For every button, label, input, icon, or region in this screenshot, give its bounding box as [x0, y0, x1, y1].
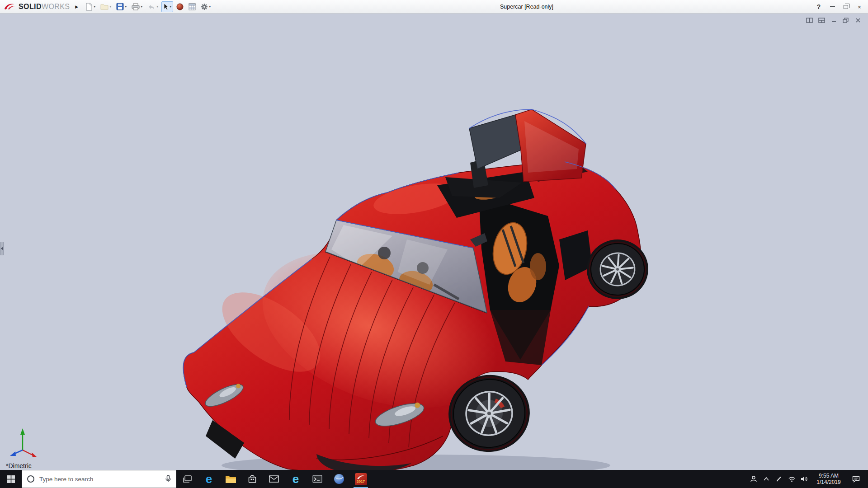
mail-envelope-icon	[269, 475, 279, 483]
taskbar-app-command-prompt[interactable]	[307, 470, 328, 488]
volume-button[interactable]	[798, 470, 811, 488]
taskbar-search[interactable]	[22, 470, 176, 488]
solidworks-version-badge: 2017	[357, 480, 365, 483]
edit-appearance-button[interactable]	[175, 1, 185, 12]
view-selector-button[interactable]	[818, 17, 825, 23]
minimize-button[interactable]	[826, 0, 839, 14]
taskbar-app-file-explorer[interactable]	[220, 470, 241, 488]
supercar-model[interactable]	[0, 14, 868, 470]
dassault-swoosh-icon	[4, 2, 16, 11]
reference-triad	[7, 426, 40, 459]
action-center-icon	[852, 476, 860, 483]
doc-restore-button[interactable]	[842, 17, 849, 23]
undo-arrow-icon	[147, 4, 156, 10]
taskbar-clock[interactable]: 9:55 AM 1/14/2019	[811, 470, 847, 488]
door-glass	[469, 115, 521, 169]
microphone-icon[interactable]	[165, 475, 171, 483]
doc-close-icon	[855, 18, 861, 23]
action-center-button[interactable]	[847, 470, 865, 488]
window-title: Supercar [Read-only]	[500, 4, 553, 10]
solidworks-logo: SOLIDWORKS	[0, 2, 73, 11]
store-bag-icon	[248, 474, 257, 483]
taskbar-app-mail[interactable]	[263, 470, 285, 488]
doc-minimize-icon	[831, 18, 837, 23]
volume-icon	[801, 476, 808, 482]
people-button[interactable]	[747, 470, 760, 488]
caret-down-icon[interactable]: ▾	[109, 5, 111, 9]
file-explorer-icon	[225, 475, 236, 483]
start-button[interactable]	[0, 470, 22, 488]
close-button[interactable]: ×	[853, 0, 866, 14]
caret-down-icon[interactable]: ▾	[209, 5, 211, 9]
logo-text-solid: SOLID	[19, 3, 42, 10]
options-gear-icon	[201, 3, 208, 10]
clock-date: 1/14/2019	[816, 479, 840, 485]
window-controls: ? ×	[812, 0, 866, 14]
solidworks-app-icon: 2017	[355, 473, 367, 485]
document-window-controls	[806, 17, 862, 23]
taskbar-app-internet-explorer[interactable]: e	[285, 470, 307, 488]
taskbar-app-edge[interactable]: e	[198, 470, 220, 488]
print-button[interactable]: ▾	[130, 1, 144, 12]
network-wifi-icon	[788, 476, 796, 482]
people-icon	[750, 475, 757, 483]
graphics-area[interactable]: *Dimetric	[0, 14, 868, 470]
task-view-icon	[183, 475, 192, 483]
new-document-button[interactable]: ▾	[84, 1, 97, 12]
chevron-up-icon	[763, 477, 769, 481]
logo-text: SOLIDWORKS	[19, 3, 70, 11]
doc-close-button[interactable]	[854, 17, 862, 23]
windows-taskbar: e e	[0, 470, 868, 488]
sheet-format-button[interactable]	[187, 1, 198, 12]
caret-down-icon[interactable]: ▾	[125, 5, 127, 9]
car-body[interactable]	[183, 162, 641, 470]
taskbar-app-store[interactable]	[241, 470, 263, 488]
clock-time: 9:55 AM	[819, 473, 839, 479]
view-orientation-label: *Dimetric	[6, 462, 32, 469]
split-pane-button[interactable]	[806, 17, 813, 23]
select-button[interactable]: ▾	[161, 1, 173, 12]
title-bar: SOLIDWORKS ▶ ▾ ▾	[0, 0, 868, 14]
select-cursor-icon	[163, 3, 169, 10]
doc-minimize-button[interactable]	[830, 17, 837, 23]
caret-down-icon[interactable]: ▾	[141, 5, 142, 9]
show-desktop-button[interactable]	[865, 470, 868, 488]
split-pane-icon	[806, 18, 813, 23]
open-folder-icon	[100, 3, 108, 10]
minimize-icon	[830, 6, 835, 7]
globe-app-icon	[334, 474, 344, 484]
undo-button[interactable]: ▾	[146, 1, 160, 12]
command-prompt-icon	[312, 475, 322, 483]
search-input[interactable]	[39, 476, 160, 483]
caret-down-icon[interactable]: ▾	[170, 5, 171, 9]
pen-icon	[776, 476, 782, 482]
restore-icon	[844, 5, 848, 9]
system-tray: 9:55 AM 1/14/2019	[747, 470, 868, 488]
open-button[interactable]: ▾	[99, 1, 113, 12]
cortana-circle-icon	[27, 475, 35, 483]
save-button[interactable]: ▾	[114, 1, 128, 12]
appearance-sphere-icon	[176, 3, 184, 10]
doc-restore-icon	[843, 18, 849, 23]
network-button[interactable]	[785, 470, 798, 488]
caret-down-icon[interactable]: ▾	[94, 5, 95, 9]
solidworks-swoosh-small-icon	[357, 475, 365, 480]
help-button[interactable]: ?	[812, 0, 826, 14]
pen-settings-button[interactable]	[773, 470, 785, 488]
internet-explorer-icon: e	[292, 472, 299, 486]
save-floppy-icon	[116, 3, 124, 10]
quick-access-toolbar: ▾ ▾ ▾	[84, 1, 212, 12]
tray-overflow-button[interactable]	[760, 470, 773, 488]
solidworks-window: SOLIDWORKS ▶ ▾ ▾	[0, 0, 868, 488]
taskbar-app-globe[interactable]	[328, 470, 350, 488]
caret-down-icon[interactable]: ▾	[156, 5, 158, 9]
new-document-icon	[85, 3, 93, 11]
taskbar-app-solidworks[interactable]: 2017	[350, 470, 372, 488]
sheet-grid-icon	[189, 3, 196, 10]
maximize-button[interactable]	[839, 0, 853, 14]
task-view-button[interactable]	[176, 470, 198, 488]
edge-icon: e	[206, 472, 212, 486]
menu-flyout-arrow-icon[interactable]: ▶	[73, 5, 84, 9]
options-button[interactable]: ▾	[199, 1, 212, 12]
logo-text-works: WORKS	[42, 3, 70, 10]
